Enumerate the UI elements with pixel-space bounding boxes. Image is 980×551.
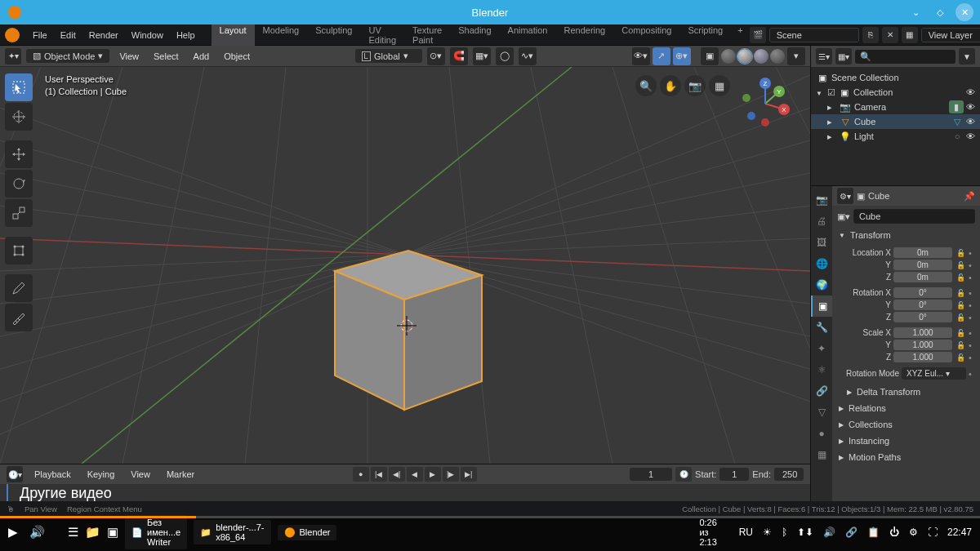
scene-collection-row[interactable]: ▣ Scene Collection [811,70,980,85]
playback-menu[interactable]: Playback [29,468,76,481]
xray-icon[interactable]: ▣ [701,47,719,65]
end-frame-field[interactable]: 250 [774,468,804,481]
rotate-tool[interactable] [5,170,33,198]
prop-tab-material[interactable]: ● [811,423,832,444]
layer-browse-icon[interactable]: ▦ [902,27,918,43]
proportional-icon[interactable]: ◯ [496,47,514,65]
orientation-select[interactable]: 🄻 Global ▾ [355,49,422,63]
data-icon[interactable]: ▽ [951,115,964,128]
overlays-icon[interactable]: ⊕▾ [673,47,691,65]
material-shading-icon[interactable] [754,49,768,64]
minimize-button[interactable]: ⌄ [906,3,924,21]
menu-window[interactable]: Window [125,28,170,42]
tab-animation[interactable]: Animation [500,21,556,49]
view-menu[interactable]: View [114,50,144,63]
light-row[interactable]: ▸ 💡 Light ○ 👁 [811,129,980,144]
transform-tool[interactable] [5,237,33,264]
motion-paths-header[interactable]: ▶Motion Paths [832,449,980,465]
maximize-button[interactable]: ◇ [931,3,949,21]
pan-hand-icon[interactable]: ✋ [660,75,681,96]
rotation-mode-select[interactable]: XYZ Eul... ▾ [902,367,966,380]
tab-rendering[interactable]: Rendering [555,21,613,49]
rendered-shading-icon[interactable] [770,49,785,64]
prop-tab-physics[interactable]: ⚛ [811,359,832,380]
cube-row[interactable]: ▸ ▽ Cube ▽ 👁 [811,114,980,129]
visibility-icon[interactable]: 👁 [966,131,975,141]
tab-compositing[interactable]: Compositing [613,21,679,49]
scale-tool[interactable] [5,199,33,227]
wireframe-shading-icon[interactable] [721,49,736,64]
visibility-icon[interactable]: 👁 [966,102,975,112]
prop-tab-scene[interactable]: 🌐 [811,253,832,274]
autokey-icon[interactable]: ● [353,467,369,482]
start-frame-field[interactable]: 1 [719,468,749,481]
keyframe-next-icon[interactable]: |▶ [443,467,459,482]
scale-x-field[interactable]: 1.000 [893,327,952,338]
lock-icon[interactable]: 🔓 [955,273,966,282]
layer-name-field[interactable]: View Layer [921,28,980,42]
tab-modeling[interactable]: Modeling [255,21,308,49]
tray-clipboard-icon[interactable]: 📋 [867,527,880,538]
location-z-field[interactable]: 0m [893,272,952,282]
collection-row[interactable]: ▼ ☑ ▣ Collection 👁 [811,85,980,100]
snap-options-icon[interactable]: ▦▾ [473,47,491,65]
tab-layout[interactable]: Layout [212,21,255,49]
lock-icon[interactable]: 🔓 [955,329,966,337]
lock-icon[interactable]: 🔓 [955,249,966,257]
move-tool[interactable] [5,140,33,168]
taskbar-app-writer[interactable]: 📄 Без имен...e Writer [125,515,187,549]
measure-tool[interactable] [5,304,33,331]
scale-z-field[interactable]: 1.000 [893,352,952,362]
scene-name-field[interactable]: Scene [769,28,859,42]
prop-tab-constraints[interactable]: 🔗 [811,380,832,402]
display-mode-icon[interactable]: ▦▾ [835,48,852,64]
cursor-tool[interactable] [5,103,33,131]
prop-editor-icon[interactable]: ⚙▾ [837,188,853,204]
data-icon[interactable]: ○ [951,130,964,143]
prop-tab-texture[interactable]: ▦ [811,444,832,465]
keyframe-prev-icon[interactable]: ◀| [389,467,405,482]
close-button[interactable]: ✕ [956,3,973,21]
snap-icon[interactable]: 🧲 [450,47,468,65]
tray-network-icon[interactable]: ⬆⬇ [797,527,813,538]
object-menu[interactable]: Object [219,50,255,63]
taskbar-app-blender[interactable]: 🟠 Blender [278,525,337,540]
pivot-icon[interactable]: ⊙▾ [427,47,445,65]
mode-select[interactable]: ▧ Object Mode ▾ [26,49,109,63]
select-box-tool[interactable] [5,73,33,101]
scene-delete-icon[interactable]: ✕ [882,27,898,43]
add-workspace-button[interactable]: + [731,21,749,49]
clock-label[interactable]: 22:47 [947,527,972,538]
jump-end-icon[interactable]: ▶| [461,467,477,482]
tab-shading[interactable]: Shading [450,21,499,49]
perspective-toggle-icon[interactable]: ▦ [709,75,730,96]
tray-volume-icon[interactable]: 🔊 [823,527,835,538]
data-icon[interactable]: ▮ [949,100,964,113]
delta-transform-header[interactable]: ▶Delta Transform [832,384,980,400]
frame-range-icon[interactable]: 🕐 [675,467,692,482]
proportional-type-icon[interactable]: ∿▾ [519,47,537,65]
editor-type-icon[interactable]: ✦▾ [5,48,21,64]
taskbar-terminal-icon[interactable]: ▣ [107,525,118,540]
camera-row[interactable]: ▸ 📷 Camera ▮ 👁 [811,100,980,114]
collections-panel-header[interactable]: ▶Collections [832,416,980,433]
taskbar-files-icon[interactable]: 📁 [85,525,100,540]
tab-sculpting[interactable]: Sculpting [307,21,360,49]
lock-icon[interactable]: 🔓 [955,301,966,309]
prop-tab-output[interactable]: 🖨 [811,211,832,232]
menu-edit[interactable]: Edit [54,28,82,42]
keying-menu[interactable]: Keying [82,468,120,481]
marker-menu[interactable]: Marker [162,468,199,481]
visibility-icon[interactable]: 👁 [966,117,975,127]
annotate-tool[interactable] [5,274,33,302]
taskbar-menu-icon[interactable]: ☰ [68,525,78,540]
outliner-editor-icon[interactable]: ☰▾ [816,48,832,64]
object-name-field[interactable]: Cube [853,209,975,224]
relations-panel-header[interactable]: ▶Relations [832,400,980,416]
lock-icon[interactable]: 🔓 [955,289,966,297]
current-frame-field[interactable]: 1 [630,468,672,481]
transform-panel-header[interactable]: ▼Transform [832,227,980,243]
play-reverse-icon[interactable]: ◀ [407,467,423,482]
pin-icon[interactable]: 📌 [964,191,975,202]
playhead[interactable] [7,484,8,501]
